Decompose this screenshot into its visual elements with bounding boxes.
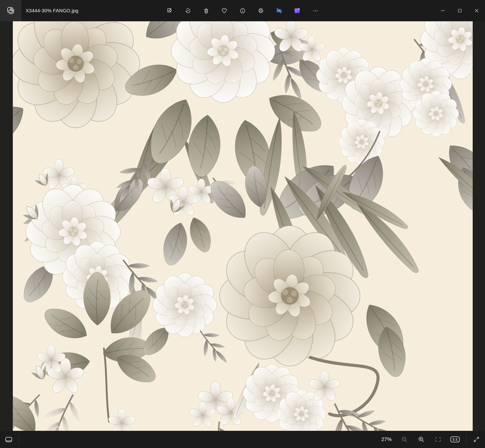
fullscreen-button[interactable] <box>471 434 482 445</box>
print-button[interactable] <box>255 5 266 16</box>
filmstrip-icon <box>5 436 13 443</box>
image-filename: X3444-30% FANGO.jpg <box>26 0 78 21</box>
zoom-out-icon <box>401 436 408 443</box>
zoom-in-button[interactable] <box>415 434 427 445</box>
see-more-icon <box>312 8 319 14</box>
bottombar-divider-right <box>466 434 467 445</box>
close-button[interactable] <box>468 0 485 21</box>
clipchamp-button[interactable] <box>292 5 303 16</box>
maximize-icon <box>458 8 462 13</box>
zoom-level-label: 27% <box>381 436 392 442</box>
favorite-button[interactable] <box>219 5 230 16</box>
see-more-button[interactable] <box>310 5 321 16</box>
photos-app-icon <box>6 6 15 15</box>
fullscreen-icon <box>473 436 480 443</box>
actual-size-button[interactable]: 1:1 <box>449 434 461 445</box>
minimize-icon <box>441 8 445 13</box>
edit-image-button[interactable] <box>164 5 175 16</box>
onedrive-sync-off-icon <box>275 7 282 14</box>
zoom-in-icon <box>418 436 425 443</box>
floral-pattern-image <box>13 21 473 431</box>
clipchamp-icon <box>294 7 300 14</box>
edit-image-icon <box>167 8 173 14</box>
info-button[interactable] <box>237 5 248 16</box>
titlebar: X3444-30% FANGO.jpg <box>0 0 485 21</box>
photos-app-button[interactable] <box>0 0 21 21</box>
bottombar-divider-left <box>19 434 19 445</box>
maximize-button[interactable] <box>451 0 468 21</box>
fit-to-window-button[interactable] <box>432 434 444 445</box>
delete-icon <box>203 8 209 14</box>
zoom-out-button[interactable] <box>399 434 410 445</box>
image-viewport <box>0 21 485 431</box>
photo-canvas[interactable] <box>13 21 473 431</box>
filmstrip-button[interactable] <box>3 434 15 445</box>
print-icon <box>258 8 264 14</box>
favorite-heart-icon <box>221 7 227 14</box>
minimize-button[interactable] <box>434 0 451 21</box>
delete-button[interactable] <box>201 5 212 16</box>
rotate-button[interactable] <box>183 5 193 16</box>
window-controls <box>434 0 485 21</box>
bottombar: 27% 1:1 <box>0 431 485 448</box>
info-icon <box>240 8 246 14</box>
rotate-icon <box>185 8 191 14</box>
onedrive-button[interactable] <box>274 5 284 16</box>
actual-size-icon: 1:1 <box>450 436 460 442</box>
photo-toolbar <box>164 0 321 21</box>
close-icon <box>474 8 479 13</box>
fit-to-window-icon <box>434 436 442 443</box>
